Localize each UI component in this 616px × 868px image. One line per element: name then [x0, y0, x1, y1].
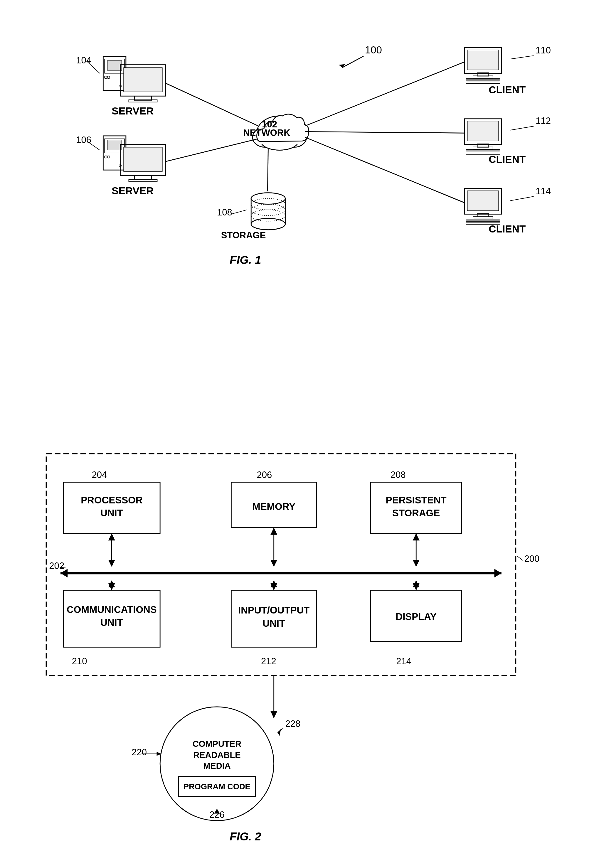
label-112: 112 — [536, 116, 551, 126]
client-label-1: CLIENT — [489, 84, 526, 96]
comm-label-2: UNIT — [101, 617, 123, 628]
svg-point-33 — [251, 193, 285, 204]
comm-label-1: COMMUNICATIONS — [67, 604, 157, 615]
program-code-label: PROGRAM CODE — [184, 782, 250, 791]
cr-media-label-1: COMPUTER — [193, 739, 241, 749]
svg-marker-109 — [277, 729, 281, 736]
fig2-title: FIG. 2 — [229, 830, 261, 843]
svg-line-68 — [305, 62, 465, 126]
persistent-label-1: PERSISTENT — [386, 494, 446, 505]
page: 100 104 SERVER — [0, 0, 616, 868]
svg-rect-9 — [124, 67, 162, 92]
svg-marker-103 — [270, 711, 277, 718]
svg-point-34 — [251, 218, 285, 230]
svg-line-70 — [305, 137, 465, 203]
storage-label: STORAGE — [221, 230, 266, 240]
server-label-2: SERVER — [112, 185, 154, 196]
processor-label-2: UNIT — [101, 507, 123, 518]
svg-rect-49 — [467, 121, 499, 141]
svg-line-23 — [88, 141, 100, 150]
label-110: 110 — [536, 45, 551, 55]
label-214: 214 — [396, 656, 411, 666]
fig2-diagram: 200 202 PROCESSOR UNIT 204 MEMORY — [24, 423, 592, 863]
label-202: 202 — [49, 561, 64, 571]
svg-line-65 — [510, 196, 533, 201]
label-212: 212 — [261, 656, 276, 666]
label-204: 204 — [92, 470, 107, 480]
label-100: 100 — [365, 44, 382, 55]
svg-line-73 — [517, 556, 523, 560]
label-106: 106 — [76, 135, 91, 145]
display-label: DISPLAY — [396, 611, 437, 622]
fig1-title: FIG. 1 — [229, 254, 261, 266]
svg-line-66 — [166, 83, 258, 126]
svg-line-38 — [231, 210, 247, 214]
svg-line-71 — [267, 149, 268, 191]
svg-rect-20 — [124, 148, 162, 171]
label-104: 104 — [76, 55, 91, 66]
svg-rect-40 — [467, 50, 499, 70]
client-label-3: CLIENT — [489, 223, 526, 235]
svg-marker-1 — [339, 64, 345, 68]
label-220: 220 — [132, 747, 147, 757]
io-label-1: INPUT/OUTPUT — [238, 605, 310, 615]
svg-line-67 — [166, 139, 258, 162]
client-label-2: CLIENT — [489, 154, 526, 165]
io-label-2: UNIT — [262, 618, 285, 629]
processor-label-1: PROCESSOR — [81, 494, 143, 505]
svg-line-47 — [510, 56, 533, 59]
label-102: 102 — [262, 119, 277, 129]
label-208: 208 — [391, 470, 406, 480]
label-206: 206 — [257, 470, 272, 480]
svg-rect-5 — [105, 76, 107, 78]
fig1-diagram: 100 104 SERVER — [24, 17, 592, 399]
svg-rect-16 — [105, 156, 107, 158]
svg-line-0 — [342, 57, 363, 68]
cr-media-label-2: READABLE — [193, 750, 240, 760]
label-114: 114 — [536, 186, 551, 196]
svg-rect-43 — [466, 78, 500, 83]
label-200: 200 — [524, 554, 539, 564]
svg-rect-58 — [467, 191, 499, 211]
svg-line-69 — [305, 132, 465, 133]
svg-rect-15 — [107, 140, 121, 150]
svg-rect-6 — [107, 76, 110, 78]
server-label-1: SERVER — [112, 105, 154, 116]
svg-line-56 — [510, 126, 533, 130]
label-228: 228 — [285, 719, 300, 729]
label-108: 108 — [217, 207, 232, 218]
svg-line-12 — [88, 62, 100, 74]
svg-rect-17 — [107, 156, 110, 158]
persistent-label-2: STORAGE — [392, 507, 440, 518]
memory-label: MEMORY — [252, 501, 295, 512]
svg-rect-4 — [107, 60, 121, 71]
cr-media-label-3: MEDIA — [203, 761, 231, 771]
label-210: 210 — [72, 656, 87, 666]
